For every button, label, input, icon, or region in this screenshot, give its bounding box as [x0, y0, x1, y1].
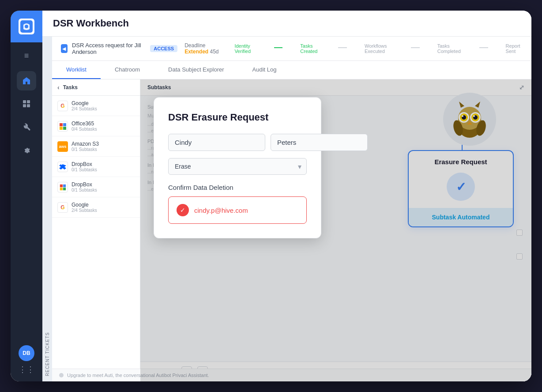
tasks-panel-header: ‹ Tasks — [52, 79, 140, 96]
main-content: DSR Workbench RECENT TICKETS ◀ DSR Acces… — [42, 11, 531, 381]
svg-rect-11 — [63, 184, 66, 187]
status-dot — [59, 373, 64, 377]
tabs-bar: Worklist Chatroom Data Subject Explorer … — [52, 61, 531, 79]
task-item-google-2[interactable]: G Google 2/4 Subtasks — [52, 197, 140, 218]
svg-rect-3 — [27, 100, 30, 103]
amazon-s3-logo: aws — [57, 141, 68, 152]
sidebar-item-settings[interactable] — [17, 140, 36, 159]
step-tasks-created: Tasks Created — [300, 43, 320, 54]
app-logo — [19, 19, 34, 34]
svg-rect-7 — [63, 123, 66, 126]
dropbox-logo-2 — [57, 182, 68, 192]
svg-rect-12 — [60, 187, 63, 190]
google-logo-2: G — [57, 202, 68, 213]
progress-steps: Identity Verified Tasks Created Workflow… — [234, 43, 523, 54]
modal-title: DSR Erasure Request — [168, 112, 307, 123]
page-header: DSR Workbench — [42, 11, 531, 37]
right-content-area: Subtasks ⤢ Subtask G... Multi-Discovery … — [140, 79, 531, 381]
step-workflows: Workflows Executed — [365, 43, 393, 54]
svg-rect-4 — [23, 104, 26, 107]
sidebar-item-tools[interactable] — [17, 117, 36, 136]
workspace: ‹ Tasks G Google 2/4 Subtasks — [52, 79, 531, 381]
page-title: DSR Workbench — [53, 18, 129, 29]
svg-point-1 — [25, 25, 28, 28]
first-name-input[interactable] — [168, 134, 265, 151]
email-address: cindy.p@hive.com — [194, 207, 248, 214]
tab-data-subject-explorer[interactable]: Data Subject Explorer — [154, 61, 238, 79]
action-select[interactable]: Erase — [168, 158, 307, 175]
svg-rect-2 — [23, 100, 26, 103]
recent-tickets-label: RECENT TICKETS — [42, 37, 52, 381]
ticket-type-badge: ACCESS — [150, 45, 177, 52]
svg-rect-10 — [60, 184, 63, 187]
google-logo-1: G — [57, 101, 68, 111]
task-info-dropbox-2: DropBox 0/1 Subtasks — [72, 181, 135, 192]
office365-logo — [57, 121, 68, 132]
menu-icon[interactable]: ≡ — [11, 46, 42, 66]
modal-overlay: DSR Erasure Request Erase — [140, 79, 531, 381]
task-item-amazon-s3[interactable]: aws Amazon S3 0/1 Subtasks — [52, 136, 140, 157]
task-info-amazon-s3: Amazon S3 0/1 Subtasks — [72, 141, 135, 152]
action-select-wrapper: Erase ▾ — [168, 158, 307, 175]
task-info-google-2: Google 2/4 Subtasks — [72, 202, 135, 213]
tasks-panel: ‹ Tasks G Google 2/4 Subtasks — [52, 79, 140, 381]
step-identity-verified: Identity Verified — [234, 43, 256, 54]
content-area: RECENT TICKETS ◀ DSR Access request for … — [42, 37, 531, 381]
tab-chatroom[interactable]: Chatroom — [101, 61, 154, 79]
task-item-dropbox-1[interactable]: DropBox 0/1 Subtasks — [52, 157, 140, 177]
svg-rect-13 — [63, 187, 66, 190]
email-error-icon: ✓ — [177, 204, 189, 216]
confirm-data-deletion-label: Confirm Data Deletion — [168, 184, 307, 191]
task-item-dropbox-2[interactable]: DropBox 0/1 Subtasks — [52, 177, 140, 197]
back-btn[interactable]: ‹ — [57, 84, 60, 91]
ticket-info-bar: ◀ DSR Access request for Jill Anderson A… — [52, 37, 531, 61]
svg-rect-9 — [63, 127, 66, 130]
task-item-office365[interactable]: Office365 0/4 Subtasks — [52, 116, 140, 136]
ticket-request-title: DSR Access request for Jill Anderson — [72, 42, 143, 55]
user-avatar[interactable]: DB — [19, 345, 34, 361]
collapse-btn[interactable]: ◀ — [61, 44, 68, 53]
sidebar-bottom: DB ⋮⋮ — [19, 345, 34, 381]
svg-rect-6 — [60, 123, 63, 126]
sidebar: ≡ DB ⋮⋮ — [11, 11, 42, 381]
task-info-office365: Office365 0/4 Subtasks — [72, 121, 135, 132]
svg-rect-8 — [60, 127, 63, 130]
task-info-dropbox-1: DropBox 0/1 Subtasks — [72, 161, 135, 172]
sidebar-item-dashboard[interactable] — [17, 94, 36, 113]
last-name-input[interactable] — [271, 134, 368, 151]
ticket-panel: ◀ DSR Access request for Jill Anderson A… — [52, 37, 531, 381]
modal-action-row: Erase ▾ — [168, 158, 307, 175]
modal-name-row — [168, 134, 307, 151]
dropbox-logo-1 — [57, 162, 68, 172]
task-item-google-1[interactable]: G Google 2/4 Subtasks — [52, 96, 140, 116]
tab-audit-log[interactable]: Audit Log — [238, 61, 291, 79]
more-options-icon[interactable]: ⋮⋮ — [19, 365, 34, 374]
ticket-deadline: Deadline Extended 45d — [184, 42, 227, 55]
tab-worklist[interactable]: Worklist — [52, 61, 101, 79]
step-report-sent: Report Sent — [506, 43, 523, 54]
sidebar-item-home[interactable] — [17, 71, 36, 90]
step-tasks-completed: Tasks Completed — [437, 43, 462, 54]
svg-rect-5 — [27, 104, 30, 107]
logo-area — [11, 11, 42, 42]
email-confirmation-box: ✓ cindy.p@hive.com — [168, 196, 307, 224]
dsr-erasure-modal: DSR Erasure Request Erase — [154, 97, 321, 238]
task-info-google-1: Google 2/4 Subtasks — [72, 100, 135, 111]
